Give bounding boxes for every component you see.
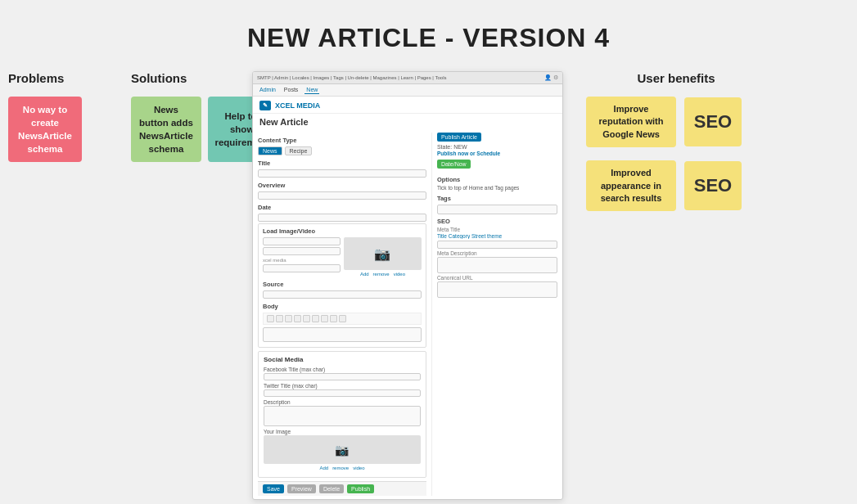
canonical-textarea[interactable] (437, 281, 557, 298)
meta-title-label: Meta Title (437, 227, 557, 232)
social-image-preview: 📷 (264, 435, 421, 464)
date-now-button[interactable]: Date/Now (437, 160, 471, 169)
seo-section: SEO Meta Title Title Category Street the… (437, 218, 557, 298)
nav-admin[interactable]: Admin (258, 86, 277, 94)
toolbar-btn-3[interactable] (285, 315, 292, 322)
options-title: Options (437, 176, 557, 183)
toolbar-btn-6[interactable] (312, 315, 319, 322)
load-image-left-col: xcel media (263, 237, 341, 277)
solutions-heading: Solutions (131, 71, 237, 85)
publish-top-button[interactable]: Publish Article (437, 133, 481, 142)
remove-link[interactable]: remove (373, 272, 390, 277)
tab-news[interactable]: News (258, 146, 282, 155)
problem-note-1: No way to create NewsArticle schema (8, 97, 82, 162)
facebook-input[interactable] (264, 373, 421, 380)
save-button[interactable]: Save (263, 484, 284, 493)
benefit-note-2: Improved appearance in search results (586, 160, 676, 211)
social-image-links: Add remove video (264, 466, 421, 470)
load-image-box: Load Image/Video xcel media (258, 223, 426, 348)
social-media-section: Social Media Facebook Title (max char) T… (258, 351, 426, 478)
problems-heading: Problems (8, 71, 106, 85)
benefits-section: User benefits Improve reputation with Go… (586, 71, 766, 224)
solutions-section: Solutions News button adds NewsArticle s… (131, 71, 237, 162)
source-input[interactable] (263, 290, 422, 299)
date-input[interactable] (258, 214, 426, 222)
image-action-links: Add remove video (344, 272, 422, 277)
nav-posts[interactable]: Posts (282, 86, 300, 94)
browser-icons: 👤 ⚙ (544, 74, 558, 81)
meta-desc-label: Meta Description (437, 250, 557, 256)
page-title: NEW ARTICLE - VERSION 4 (0, 0, 857, 71)
toolbar-btn-2[interactable] (276, 315, 283, 322)
content-type-tabs: News Recipe (258, 146, 426, 155)
image-link-row: xcel media (263, 257, 341, 263)
publish-schedule-label: Publish now or Schedule (437, 151, 557, 156)
social-add-link[interactable]: Add (319, 466, 328, 470)
image-preview: 📷 (344, 237, 422, 270)
toolbar-btn-8[interactable] (330, 315, 337, 322)
social-media-title: Social Media (264, 356, 421, 363)
browser-nav: Admin Posts New (253, 84, 562, 97)
your-image-label: Your Image (264, 429, 421, 434)
tags-input[interactable] (437, 205, 557, 214)
benefit-row-1: Improve reputation with Google News SEO (586, 97, 766, 147)
toolbar-btn-7[interactable] (321, 315, 328, 322)
article-body: Content Type News Recipe Title Overview … (253, 129, 562, 499)
editor-toolbar (263, 313, 422, 325)
meta-title-input[interactable] (437, 241, 557, 249)
screenshot-section: SMTP | Admin | Locales | Images | Tags |… (252, 71, 563, 500)
body-label: Body (263, 303, 422, 310)
article-right: Publish Article State: NEW Publish now o… (431, 133, 557, 496)
title-label: Title (258, 160, 426, 167)
browser-url: SMTP | Admin | Locales | Images | Tags |… (257, 75, 542, 80)
solution-note-1: News button adds NewsArticle schema (131, 97, 201, 162)
video-link[interactable]: video (394, 272, 405, 277)
tags-label: Tags (437, 195, 557, 202)
load-image-inner: xcel media 📷 Add (263, 237, 422, 277)
toolbar-btn-9[interactable] (339, 315, 346, 322)
state-label: State: NEW (437, 144, 557, 150)
meta-title-value: Title Category Street theme (437, 233, 557, 239)
load-image-title: Load Image/Video (263, 227, 422, 235)
facebook-label: Facebook Title (max char) (264, 367, 421, 372)
nav-new[interactable]: New (304, 86, 319, 94)
browser-mockup: SMTP | Admin | Locales | Images | Tags |… (252, 71, 563, 500)
title-input[interactable] (258, 169, 426, 178)
image-alt-input[interactable] (263, 247, 341, 255)
preview-button[interactable]: Preview (287, 484, 316, 493)
article-title: New Article (253, 114, 562, 129)
seo-badge-2: SEO (684, 161, 742, 210)
load-image-right-col: 📷 Add remove video (344, 237, 422, 277)
publish-button[interactable]: Publish (347, 484, 374, 493)
browser-toolbar: SMTP | Admin | Locales | Images | Tags |… (253, 72, 562, 84)
twitter-label: Twitter Title (max char) (264, 383, 421, 389)
article-logo-icon: ✎ (259, 101, 271, 110)
benefit-note-1: Improve reputation with Google News (586, 97, 676, 147)
content-type-label: Content Type (258, 137, 426, 144)
image-url-input[interactable] (263, 237, 341, 245)
body-editor[interactable] (263, 327, 422, 342)
date-label: Date (258, 204, 426, 211)
image-link-text: xcel media (263, 258, 286, 263)
meta-desc-textarea[interactable] (437, 257, 557, 273)
toolbar-btn-1[interactable] (267, 315, 274, 322)
canonical-label: Canonical URL (437, 275, 557, 281)
benefit-row-2: Improved appearance in search results SE… (586, 160, 766, 211)
toolbar-btn-4[interactable] (294, 315, 301, 322)
delete-button[interactable]: Delete (319, 484, 344, 493)
problems-section: Problems No way to create NewsArticle sc… (8, 71, 106, 162)
overview-input[interactable] (258, 191, 426, 200)
benefits-heading: User benefits (586, 71, 766, 85)
desc-textarea[interactable] (264, 406, 421, 426)
desc-label: Description (264, 399, 421, 405)
source-label: Source (263, 281, 422, 288)
image-caption-input[interactable] (263, 264, 341, 272)
tab-recipe[interactable]: Recipe (285, 146, 313, 155)
social-video-link[interactable]: video (353, 466, 364, 470)
toolbar-btn-5[interactable] (303, 315, 310, 322)
social-remove-link[interactable]: remove (332, 466, 349, 470)
twitter-input[interactable] (264, 389, 421, 397)
options-section: Options Tick to top of Home and Tag page… (437, 176, 557, 191)
add-link[interactable]: Add (360, 272, 369, 277)
bottom-bar: Save Preview Delete Publish (258, 481, 426, 496)
